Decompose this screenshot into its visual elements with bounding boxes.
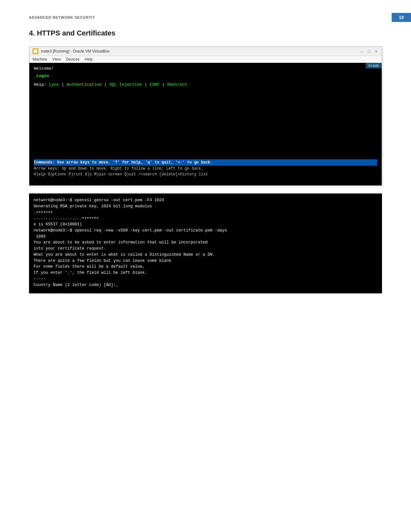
virtualbox-window: node3 [Running] - Oracle VM VirtualBox –… bbox=[29, 46, 382, 186]
t2-line-10: There are quite a few fields but you can… bbox=[34, 258, 377, 264]
t2-line-3: ....................+++++++ bbox=[34, 215, 377, 222]
terminal-help-line: Help: Lynx | Authentication | SQL Inject… bbox=[34, 82, 377, 87]
menu-devices[interactable]: Devices bbox=[66, 57, 80, 62]
terminal-status-bar: Commands: Use arrow keys to move, '?' fo… bbox=[34, 159, 377, 166]
terminal-login: _Login bbox=[34, 74, 377, 78]
t2-line-7: You are about to be asked to enter infor… bbox=[34, 240, 377, 246]
terminal-screen-1: Grade Welcome! _Login Help: Lynx | Authe… bbox=[29, 63, 382, 185]
t2-line-2: .+++++++ bbox=[34, 210, 377, 216]
grade-badge: Grade bbox=[366, 63, 382, 68]
help-prefix: Help: bbox=[34, 82, 49, 87]
help-link-authentication[interactable]: Authentication bbox=[66, 82, 102, 87]
page-header: ADVANCED NETWORK SECURITY bbox=[29, 15, 95, 19]
minimize-button[interactable]: – bbox=[360, 49, 364, 54]
t2-line-14: Country Name (2 letter code) [AU]:_ bbox=[34, 282, 377, 288]
help-link-sqlinjection[interactable]: SQL Injection bbox=[109, 82, 142, 87]
t2-line-9: What you are about to enter is what is c… bbox=[34, 252, 377, 258]
terminal-welcome: Welcome! bbox=[34, 66, 377, 71]
terminal-nav-line-2: H)elp O)ptions P)rint G)o M)ain screen Q… bbox=[34, 172, 377, 177]
t2-line-6: 1095 bbox=[34, 234, 377, 240]
maximize-button[interactable]: □ bbox=[367, 49, 371, 54]
vbox-titlebar: node3 [Running] - Oracle VM VirtualBox –… bbox=[29, 47, 382, 56]
terminal-nav-line-1: Arrow keys: Up and Down to move. Right t… bbox=[34, 166, 377, 172]
t2-line-11: For some fields there will be a default … bbox=[34, 264, 377, 270]
virtualbox-icon bbox=[33, 48, 38, 54]
t2-line-5: network@node3:~$ openssl req -new -x509 … bbox=[34, 228, 377, 234]
vbox-menubar: Machine View Devices Help bbox=[29, 56, 382, 63]
t2-line-1: Generating RSA private key, 1024 bit lon… bbox=[34, 203, 377, 210]
t2-line-8: into your certificate request. bbox=[34, 246, 377, 252]
help-link-lynx[interactable]: Lynx bbox=[49, 82, 59, 87]
help-link-redirect[interactable]: Redirect bbox=[167, 82, 187, 87]
t2-line-13: ----- bbox=[34, 276, 377, 282]
terminal-spacer bbox=[34, 88, 377, 159]
close-button[interactable]: × bbox=[374, 49, 378, 54]
t2-line-4: e is 65537 (0x10001) bbox=[34, 222, 377, 228]
help-sep-2: | bbox=[102, 82, 109, 87]
help-sep-4: | bbox=[160, 82, 167, 87]
vbox-titlebar-right: – □ × bbox=[360, 49, 378, 54]
help-sep-3: | bbox=[142, 82, 149, 87]
menu-view[interactable]: View bbox=[52, 57, 61, 62]
help-link-csrf[interactable]: CSRF bbox=[150, 82, 160, 87]
menu-machine[interactable]: Machine bbox=[33, 57, 47, 62]
page-number-badge: 10 bbox=[392, 13, 411, 22]
menu-help[interactable]: Help bbox=[85, 57, 93, 62]
t2-line-0: network@node3:~$ openssl genrsa -out cer… bbox=[34, 197, 377, 203]
main-content: 4. HTTPS and Certificates node3 [Running… bbox=[29, 29, 382, 293]
vbox-title-text: node3 [Running] - Oracle VM VirtualBox bbox=[41, 49, 110, 54]
t2-line-12: If you enter '.', the field will be left… bbox=[34, 270, 377, 276]
terminal-screen-2: network@node3:~$ openssl genrsa -out cer… bbox=[29, 193, 382, 293]
vbox-titlebar-left: node3 [Running] - Oracle VM VirtualBox bbox=[33, 48, 110, 54]
section-heading: 4. HTTPS and Certificates bbox=[29, 29, 382, 37]
help-sep-1: | bbox=[59, 82, 66, 87]
